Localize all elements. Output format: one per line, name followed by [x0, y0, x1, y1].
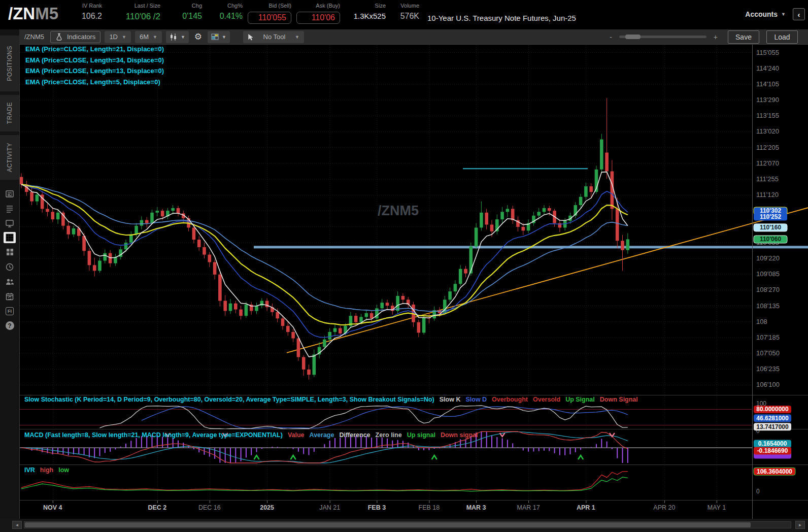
svg-text:106.3604000: 106.3604000 [757, 468, 792, 475]
watchlist-button[interactable] [0, 201, 19, 216]
study-label[interactable]: EMA (Price=CLOSE, Length=34, Displace=0) [25, 56, 164, 68]
zoom-in-button[interactable]: + [711, 33, 721, 41]
people-icon [5, 277, 15, 286]
x-axis-label: DEC 2 [148, 504, 166, 511]
candle [124, 243, 128, 249]
legend-item: Slow D [465, 396, 487, 403]
scroll-left-button[interactable]: ◄ [12, 521, 22, 529]
save-button[interactable]: Save [728, 30, 759, 44]
indicators-button[interactable]: Indicators [50, 31, 100, 43]
candle [140, 220, 144, 226]
candle [354, 316, 358, 322]
drawing-tool-dropdown[interactable]: No Tool ▼ [243, 31, 304, 43]
scrollbar-thumb[interactable] [25, 522, 751, 527]
scroll-right-button[interactable]: ► [795, 521, 805, 529]
ivr-title[interactable]: IVR [24, 467, 35, 474]
load-button[interactable]: Load [766, 30, 798, 44]
price-badge: 0.1654000 [754, 440, 791, 448]
chevron-down-icon: ▼ [222, 35, 226, 40]
legend-item: Average [310, 431, 334, 439]
x-axis-label: DEC 16 [198, 504, 221, 511]
study-labels: EMA (Price=CLOSE, Length=21, Displace=0)… [25, 45, 164, 89]
zoom-out-button[interactable]: - [607, 33, 615, 41]
candle [239, 310, 243, 316]
collapse-panel-button[interactable]: ‹ [793, 8, 805, 20]
svg-text:109'085: 109'085 [756, 270, 780, 278]
list-icon [5, 204, 14, 213]
zoom-slider-thumb[interactable] [625, 35, 641, 39]
candle [234, 304, 238, 310]
zoom-slider[interactable] [619, 36, 706, 38]
fixed-income-button[interactable]: FI [0, 304, 19, 318]
candle [365, 313, 368, 317]
legend-item: Overbought [492, 396, 528, 403]
trend-line[interactable] [287, 208, 808, 353]
header: /ZNM5 IV Rank 106.2 Last / Size 110'06 /… [0, 0, 808, 29]
up-signal-arrow [254, 455, 259, 459]
candle [621, 241, 624, 250]
candle [328, 332, 331, 340]
cursor-icon [248, 34, 254, 41]
stochastic-title[interactable]: Slow Stochastic (K Period=14, D Period=9… [24, 396, 434, 403]
candle [543, 208, 546, 212]
history-button[interactable] [0, 259, 19, 274]
study-label[interactable]: EMA (Price=CLOSE, Length=21, Displace=0) [25, 45, 164, 56]
study-label[interactable]: EMA (Price=CLOSE, Length=13, Displace=0) [25, 67, 164, 78]
apps-button[interactable] [0, 245, 19, 259]
ema-lines [21, 172, 628, 357]
svg-text:113'020: 113'020 [756, 127, 779, 135]
candle [245, 305, 248, 316]
accounts-dropdown[interactable]: Accounts ▼ [745, 10, 786, 18]
bid-button[interactable]: 110'055 [248, 12, 291, 24]
community-button[interactable] [0, 274, 19, 289]
candle [370, 313, 374, 318]
candle [511, 209, 515, 220]
up-signal-arrow [291, 455, 296, 459]
legend-item: Slow K [440, 396, 461, 403]
charts-button-active[interactable] [4, 232, 16, 243]
tab-positions[interactable]: POSITIONS [0, 36, 19, 91]
candle [223, 301, 227, 311]
calendar-button[interactable] [0, 289, 19, 304]
macd-title[interactable]: MACD (Fast length=8, Slow length=21, MAC… [24, 431, 283, 439]
candle [171, 208, 175, 211]
svg-text:108'270: 108'270 [756, 286, 780, 293]
news-icon [5, 189, 14, 198]
news-button[interactable] [0, 186, 19, 201]
candle [506, 209, 510, 212]
x-axis-label: MAY 1 [708, 504, 726, 511]
candle [302, 357, 306, 369]
scrollbar-track[interactable] [24, 521, 791, 528]
chart-settings-button[interactable]: ⚙ [193, 31, 204, 42]
candle [145, 220, 149, 223]
svg-text:114'105: 114'105 [756, 80, 779, 88]
field-volume: Volume 576K [391, 3, 419, 21]
candle [386, 303, 389, 306]
grid-layout-dropdown[interactable]: ▼ [208, 31, 230, 43]
field-label: Last / Size [134, 3, 160, 10]
tab-activity[interactable]: ACTIVITY [0, 135, 19, 180]
timeframe-dropdown[interactable]: 1D ▼ [105, 31, 131, 43]
symbol-contract: M5 [35, 4, 58, 23]
svg-text:-0.1846690: -0.1846690 [757, 447, 788, 454]
monitor-button[interactable] [0, 216, 19, 230]
svg-text:110'252: 110'252 [760, 213, 782, 220]
chart-grid-icon [6, 234, 14, 242]
tab-trade[interactable]: TRADE [0, 95, 19, 131]
candle [626, 239, 630, 250]
indicators-label: Indicators [67, 33, 95, 41]
legend-item: Value [288, 431, 305, 439]
svg-text:110'060: 110'060 [760, 236, 782, 243]
ask-button[interactable]: 110'06 [296, 12, 340, 24]
timeframe-value: 1D [109, 33, 118, 41]
help-button[interactable]: ? [0, 318, 19, 333]
stochastic-legend: Slow Stochastic (K Period=14, D Period=9… [24, 396, 638, 403]
chart-type-dropdown[interactable]: ▼ [166, 31, 189, 43]
candle [286, 326, 290, 332]
candle [30, 192, 33, 201]
x-axis-label: JAN 21 [319, 504, 340, 511]
range-dropdown[interactable]: 6M ▼ [135, 31, 162, 43]
candle [605, 153, 609, 172]
study-label[interactable]: EMA (Price=CLOSE, Length=5, Displace=0) [25, 78, 164, 89]
price-badge: 110'252 [754, 213, 787, 220]
